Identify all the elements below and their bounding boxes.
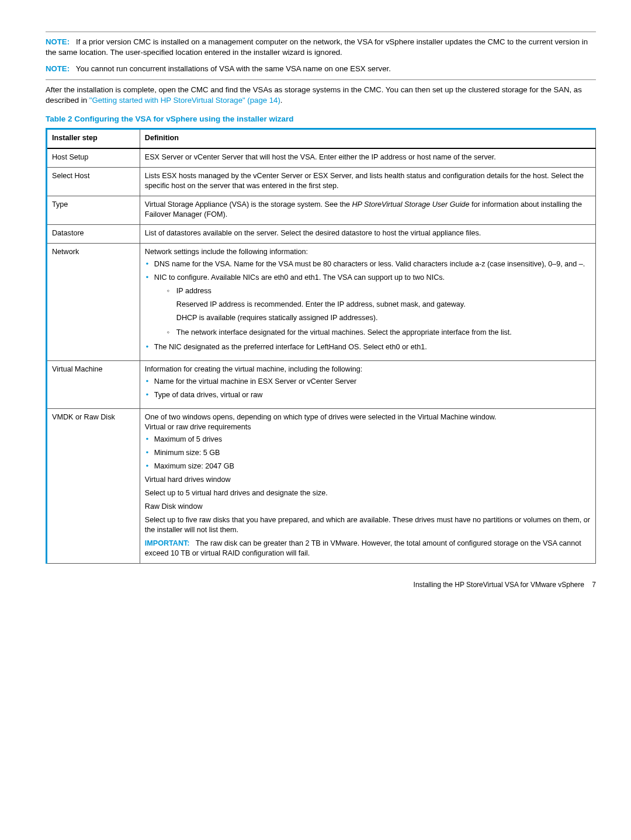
vmdk-sub1: Virtual or raw drive requirements <box>145 422 591 432</box>
cell-def: Network settings include the following i… <box>140 244 595 361</box>
ip-reserved: Reserved IP address is recommended. Ente… <box>176 300 591 310</box>
intro-post: . <box>280 96 283 105</box>
list-item: IP address Reserved IP address is recomm… <box>167 286 591 323</box>
vmdk-lead: One of two windows opens, depending on w… <box>145 412 591 422</box>
page-footer: Installing the HP StoreVirtual VSA for V… <box>46 580 596 589</box>
table-header-row: Installer step Definition <box>47 129 596 149</box>
header-installer-step: Installer step <box>47 129 140 149</box>
vmdk-p2: Select up to 5 virtual hard drives and d… <box>145 488 591 498</box>
important-label: IMPORTANT: <box>145 539 190 547</box>
vmdk-important: IMPORTANT: The raw disk can be greater t… <box>145 539 591 558</box>
header-definition: Definition <box>140 129 595 149</box>
type-italic: HP StoreVirtual Storage User Guide <box>352 200 469 209</box>
list-item: The network interface designated for the… <box>167 328 591 338</box>
table-row: Network Network settings include the fol… <box>47 244 596 361</box>
note-1-text: If a prior version CMC is installed on a… <box>46 37 588 57</box>
ip-address-label: IP address <box>176 287 212 295</box>
list-item: Minimum size: 5 GB <box>145 448 591 458</box>
network-sublist: IP address Reserved IP address is recomm… <box>167 286 591 338</box>
intro-paragraph: After the installation is complete, open… <box>46 85 596 106</box>
cell-step: Network <box>47 244 140 361</box>
list-item: Maximum of 5 drives <box>145 435 591 445</box>
footer-page: 7 <box>592 581 596 589</box>
vm-bullets: Name for the virtual machine in ESX Serv… <box>145 377 591 400</box>
cell-def: Information for creating the virtual mac… <box>140 361 595 409</box>
list-item: Maximum size: 2047 GB <box>145 461 591 471</box>
vmdk-p3: Select up to five raw disks that you hav… <box>145 515 591 535</box>
table-row: Host Setup ESX Server or vCenter Server … <box>47 148 596 168</box>
table-caption: Table 2 Configuring the VSA for vSphere … <box>46 114 596 124</box>
cell-def: ESX Server or vCenter Server that will h… <box>140 148 595 168</box>
cell-def: List of datastores available on the serv… <box>140 225 595 244</box>
intro-link[interactable]: "Getting started with HP StoreVirtual St… <box>89 96 280 105</box>
vmdk-sub2: Virtual hard drives window <box>145 475 591 485</box>
cell-step: Datastore <box>47 225 140 244</box>
cell-def: Lists ESX hosts managed by the vCenter S… <box>140 168 595 196</box>
table-row: VMDK or Raw Disk One of two windows open… <box>47 409 596 564</box>
table-row: Type Virtual Storage Appliance (VSA) is … <box>47 196 596 225</box>
list-item: NIC to configure. Available NICs are eth… <box>145 273 591 338</box>
cell-step: Virtual Machine <box>47 361 140 409</box>
cell-def: One of two windows opens, depending on w… <box>140 409 595 564</box>
important-text: The raw disk can be greater than 2 TB in… <box>145 539 581 557</box>
cell-step: Host Setup <box>47 148 140 168</box>
vmdk-sub3: Raw Disk window <box>145 502 591 512</box>
list-item: DNS name for the VSA. Name for the VSA m… <box>145 259 591 269</box>
cell-step: VMDK or Raw Disk <box>47 409 140 564</box>
vm-lead: Information for creating the virtual mac… <box>145 365 591 374</box>
network-lead: Network settings include the following i… <box>145 247 591 257</box>
list-item: Name for the virtual machine in ESX Serv… <box>145 377 591 387</box>
type-pre: Virtual Storage Appliance (VSA) is the s… <box>145 200 352 209</box>
network-b2: NIC to configure. Available NICs are eth… <box>154 273 445 282</box>
ip-dhcp: DHCP is available (requires statically a… <box>176 313 591 323</box>
list-item: Type of data drives, virtual or raw <box>145 390 591 400</box>
config-table: Installer step Definition Host Setup ESX… <box>46 128 596 564</box>
cell-step: Select Host <box>47 168 140 196</box>
cell-def: Virtual Storage Appliance (VSA) is the s… <box>140 196 595 225</box>
note-2: NOTE: You cannot run concurrent installa… <box>46 64 596 74</box>
vmdk-bullets: Maximum of 5 drives Minimum size: 5 GB M… <box>145 435 591 471</box>
note-1: NOTE: If a prior version CMC is installe… <box>46 37 596 58</box>
rule-top <box>46 32 596 32</box>
rule-mid <box>46 79 596 80</box>
note-2-text: You cannot run concurrent installations … <box>76 64 391 73</box>
network-bullets: DNS name for the VSA. Name for the VSA m… <box>145 259 591 352</box>
footer-text: Installing the HP StoreVirtual VSA for V… <box>414 581 584 589</box>
table-row: Virtual Machine Information for creating… <box>47 361 596 409</box>
table-row: Select Host Lists ESX hosts managed by t… <box>47 168 596 196</box>
note-2-label: NOTE: <box>46 64 70 73</box>
list-item: The NIC designated as the preferred inte… <box>145 342 591 352</box>
note-1-label: NOTE: <box>46 37 70 46</box>
table-row: Datastore List of datastores available o… <box>47 225 596 244</box>
cell-step: Type <box>47 196 140 225</box>
